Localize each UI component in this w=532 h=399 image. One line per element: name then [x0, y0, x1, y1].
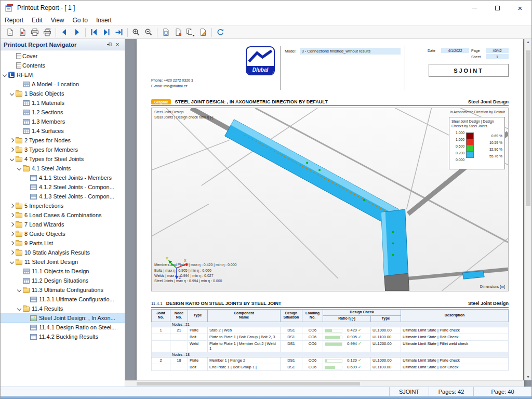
tree-item[interactable]: 11.4 Results	[1, 304, 125, 313]
tree-item[interactable]: 11.3 Ultimate Configurations	[1, 285, 125, 295]
go-to-page-button[interactable]	[113, 26, 125, 38]
tree-item[interactable]: 4.1.1 Steel Joints - Members	[1, 173, 125, 182]
joint-graphic[interactable]: Steel Joint Design Steel Joints | Design…	[151, 108, 509, 291]
print-button[interactable]	[29, 26, 41, 38]
chevron-down-icon[interactable]	[16, 287, 23, 294]
chevron-right-icon[interactable]	[9, 203, 16, 209]
table-row[interactable]: 121PlateStab 2 | WebDS1CO60.420✓UL1000.0…	[152, 327, 509, 334]
table-row[interactable]: BoltPlate to Plate 1 | Bolt Group | Bolt…	[152, 334, 509, 340]
chevron-down-icon[interactable]	[9, 156, 16, 163]
tree-item[interactable]: 9 Parts List	[1, 238, 125, 248]
last-page-button[interactable]	[100, 26, 113, 38]
menu-item-edit[interactable]: Edit	[32, 17, 43, 24]
tree-item[interactable]: A Model - Location	[1, 79, 125, 89]
menu-item-report[interactable]: Report	[5, 17, 23, 24]
vertical-scrollbar-thumb[interactable]	[526, 50, 530, 206]
chevron-down-icon[interactable]	[16, 165, 23, 172]
pin-icon[interactable]	[105, 41, 113, 49]
tree-item[interactable]: 1.3 Members	[1, 117, 125, 126]
tree-item[interactable]: 10 Static Analysis Results	[1, 248, 125, 257]
status-bar: SJOINT Pages: 42 Page: 40	[1, 387, 531, 396]
tree-item[interactable]: 11.2 Design Situations	[1, 276, 125, 285]
menu-item-view[interactable]: View	[51, 17, 64, 24]
refresh-button[interactable]	[214, 26, 227, 38]
export-page-button[interactable]	[4, 26, 16, 38]
menu-item-insert[interactable]: Insert	[96, 17, 112, 24]
scroll-down-arrow[interactable]: ▼	[525, 374, 531, 380]
tree-item[interactable]: 11.1 Objects to Design	[1, 267, 125, 276]
tree-item[interactable]: 1 Basic Objects	[1, 89, 125, 98]
ratio-bar	[325, 336, 342, 339]
tree-item[interactable]: 7 Load Wizards	[1, 220, 125, 229]
print-batch-button[interactable]	[41, 26, 54, 38]
legend-title: Steel Joint Design | Design Checks by St…	[451, 119, 502, 128]
tree-item[interactable]: 2 Types for Nodes	[1, 136, 125, 145]
forward-button[interactable]	[71, 26, 83, 38]
fit-page-button[interactable]	[159, 26, 172, 38]
chevron-down-icon[interactable]	[2, 72, 8, 78]
table-icon	[30, 175, 37, 181]
zoom-in-button[interactable]	[130, 26, 142, 38]
navigator-tree: CoverContentsRFEMA Model - Location1 Bas…	[1, 50, 125, 387]
tree-item[interactable]: RFEM	[1, 70, 125, 79]
contact-info: Phone: +420 2272 0320 3 E-mail: info@dlu…	[151, 77, 193, 89]
chevron-down-icon[interactable]	[16, 305, 23, 312]
delete-page-button[interactable]	[16, 26, 29, 38]
menu-item-go-to[interactable]: Go to	[73, 17, 88, 24]
tree-item[interactable]: 1.4 Surfaces	[1, 126, 125, 136]
page-setup-button[interactable]	[172, 26, 184, 38]
horizontal-scrollbar-thumb[interactable]	[137, 382, 360, 385]
tree-item[interactable]: 4.1.2 Steel Joints - Compon...	[1, 182, 125, 192]
tree-item[interactable]: 11.3.1 Ultimate Configuratio...	[1, 295, 125, 304]
tree-item[interactable]: 1.2 Sections	[1, 108, 125, 117]
edit-header-button[interactable]	[197, 26, 209, 38]
tree-item-label: 2 Types for Nodes	[24, 137, 71, 143]
chevron-right-icon[interactable]	[9, 137, 16, 144]
table-row[interactable]: BoltEnd Plate 1 | Bolt Group 1 |DS1CO60.…	[152, 364, 509, 370]
date-label: Date	[427, 49, 440, 52]
tree-item[interactable]: 11.4.1 Design Ratio on Steel...	[1, 323, 125, 332]
tree-item[interactable]: 4 Types for Steel Joints	[1, 154, 125, 164]
view-direction-label: In Axonometric Direction by Default	[450, 110, 505, 115]
tree-item[interactable]: 1.1 Materials	[1, 98, 125, 108]
view-mode-button[interactable]	[184, 26, 197, 38]
table-icon	[30, 184, 37, 190]
scroll-up-arrow[interactable]: ▲	[525, 39, 531, 45]
tree-item[interactable]: 3 Types for Members	[1, 145, 125, 154]
close-navigator-icon[interactable]: ×	[113, 41, 122, 49]
minimize-button[interactable]	[463, 1, 486, 15]
status-page: Page: 40	[473, 387, 531, 396]
chevron-right-icon[interactable]	[9, 249, 16, 256]
folder-icon	[16, 157, 22, 162]
chevron-right-icon[interactable]	[9, 231, 16, 237]
zoom-out-button[interactable]	[142, 26, 155, 38]
tree-item[interactable]: 4.1 Steel Joints	[1, 164, 125, 173]
chevron-right-icon[interactable]	[9, 221, 16, 228]
close-button[interactable]: ×	[509, 1, 531, 15]
chevron-down-icon[interactable]	[9, 90, 16, 97]
maximize-button[interactable]	[486, 1, 509, 15]
back-button[interactable]	[58, 26, 71, 38]
tree-item[interactable]: 5 Imperfections	[1, 201, 125, 210]
tree-item[interactable]: Steel Joint Design: , In Axon...	[1, 313, 125, 323]
table-row[interactable]: 218PlateMember 1 | Flange 2DS1CO60.120✓U…	[152, 357, 509, 364]
chevron-right-icon[interactable]	[9, 212, 16, 219]
vertical-scrollbar[interactable]: ▲ ▼	[524, 39, 531, 380]
tree-item[interactable]: 8 Guide Objects	[1, 229, 125, 238]
chevron-right-icon[interactable]	[9, 147, 16, 153]
chevron-right-icon[interactable]	[9, 240, 16, 247]
tree-item[interactable]: 11.4.2 Buckling Results	[1, 332, 125, 341]
tree-item[interactable]: Contents	[1, 61, 125, 70]
model-label: Model:	[285, 49, 297, 54]
tree-item[interactable]: 6 Load Cases & Combinations	[1, 210, 125, 220]
first-page-button[interactable]	[88, 26, 100, 38]
chevron-down-icon[interactable]	[9, 259, 16, 265]
tree-item[interactable]: 11 Steel Joint Design	[1, 257, 125, 267]
tree-item-label: A Model - Location	[32, 81, 79, 87]
tree-item[interactable]: 4.1.3 Steel Joints - Compon...	[1, 192, 125, 201]
table-icon	[30, 297, 37, 302]
folder-icon	[16, 241, 22, 246]
horizontal-scrollbar[interactable]	[125, 380, 524, 387]
tree-item[interactable]: Cover	[1, 51, 125, 61]
table-row[interactable]: WeldPlate to Plate 1 | Member Cut 2 | We…	[152, 340, 509, 352]
